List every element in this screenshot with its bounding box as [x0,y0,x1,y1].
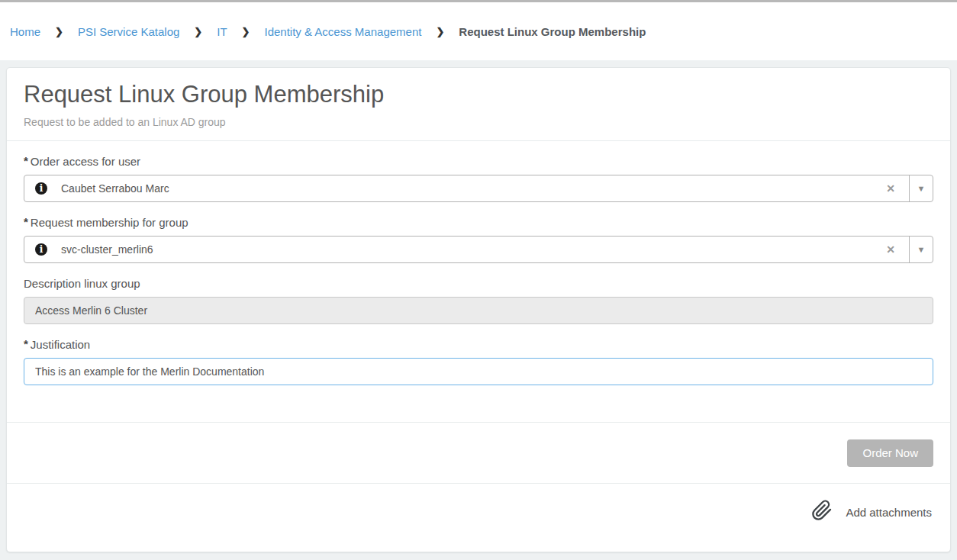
add-attachments-label: Add attachments [846,506,932,519]
selected-group-value: svc-cluster_merlin6 [61,243,153,256]
chevron-right-icon: ❯ [242,26,250,37]
form-body: * Order access for user i Caubet Serrabo… [7,141,950,422]
attachments-footer: Add attachments [7,483,950,552]
field-label-text: Description linux group [24,277,140,290]
required-marker: * [24,337,28,350]
breadcrumb-item-it[interactable]: IT [217,25,227,38]
info-icon: i [35,182,47,195]
chevron-right-icon: ❯ [55,26,63,37]
breadcrumb-item-psi-service-katalog[interactable]: PSI Service Katalog [78,25,179,38]
chevron-right-icon: ❯ [194,26,202,37]
field-group-description-linux-group: Description linux group [24,277,933,324]
required-marker: * [24,215,28,228]
field-label-text: Order access for user [31,155,140,168]
page-title: Request Linux Group Membership [24,79,933,111]
chevron-down-icon[interactable]: ▼ [909,237,933,262]
field-label: Description linux group [24,277,933,290]
chevron-down-icon[interactable]: ▼ [909,175,933,201]
field-group-request-membership-for-group: * Request membership for group i svc-clu… [24,216,933,263]
user-combobox[interactable]: i Caubet Serrabou Marc ✕ ▼ [24,175,933,202]
clear-icon[interactable]: ✕ [883,182,898,195]
field-label: * Request membership for group [24,216,933,229]
form-header: Request Linux Group Membership Request t… [7,68,950,141]
paperclip-icon [811,500,833,521]
breadcrumb: Home ❯ PSI Service Katalog ❯ IT ❯ Identi… [0,2,957,60]
chevron-right-icon: ❯ [436,26,444,37]
description-linux-group-field [24,297,933,324]
form-actions-footer: Order Now [7,422,950,483]
breadcrumb-item-identity-access-management[interactable]: Identity & Access Management [264,25,421,38]
breadcrumb-item-current: Request Linux Group Membership [459,25,646,38]
clear-icon[interactable]: ✕ [883,243,898,256]
required-marker: * [24,154,28,167]
info-icon: i [35,243,47,256]
breadcrumb-item-home[interactable]: Home [10,25,40,38]
field-group-justification: * Justification [24,338,933,385]
field-label: * Order access for user [24,155,933,168]
order-now-button[interactable]: Order Now [847,439,933,467]
justification-field[interactable] [24,358,933,385]
combobox-selection[interactable]: i svc-cluster_merlin6 ✕ [24,237,909,262]
field-label: * Justification [24,338,933,351]
group-combobox[interactable]: i svc-cluster_merlin6 ✕ ▼ [24,236,933,263]
field-label-text: Request membership for group [31,216,188,229]
page-subtitle: Request to be added to an Linux AD group [24,116,933,128]
add-attachments-button[interactable]: Add attachments [811,503,932,521]
combobox-selection[interactable]: i Caubet Serrabou Marc ✕ [24,175,909,201]
field-group-order-access-for-user: * Order access for user i Caubet Serrabo… [24,155,933,202]
selected-user-value: Caubet Serrabou Marc [61,182,169,195]
request-form-card: Request Linux Group Membership Request t… [6,67,951,552]
field-label-text: Justification [31,338,90,351]
